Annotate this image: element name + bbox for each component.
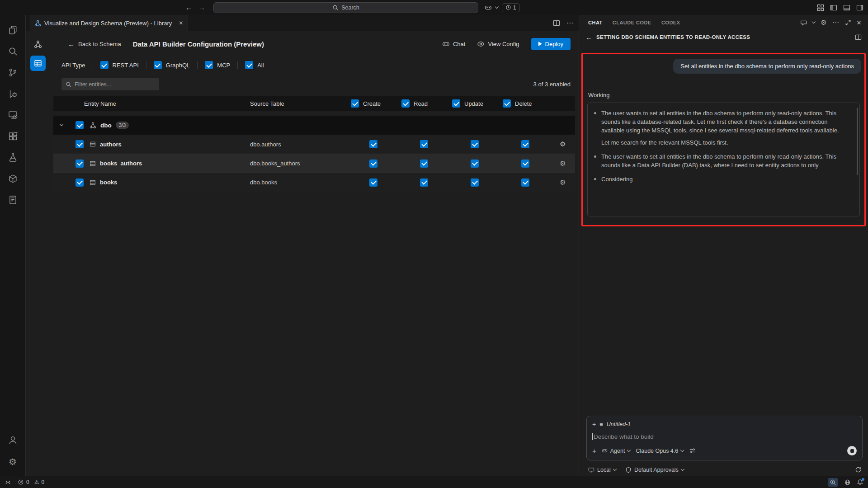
source-control-icon[interactable] xyxy=(2,62,23,83)
run-debug-icon[interactable] xyxy=(2,83,23,104)
chat-button[interactable]: Chat xyxy=(442,40,465,48)
update-checkbox[interactable] xyxy=(471,178,479,187)
update-checkbox[interactable] xyxy=(471,160,479,168)
database-objects-icon[interactable] xyxy=(2,168,23,189)
tab-codex[interactable]: CODEX xyxy=(661,20,680,25)
tab-claude-code[interactable]: CLAUDE CODE xyxy=(613,20,651,25)
back-to-schema-button[interactable]: ← Back to Schema xyxy=(68,40,121,48)
customize-layout-icon[interactable] xyxy=(817,4,824,11)
add-context-icon[interactable]: + xyxy=(592,421,596,428)
collapse-chevron-icon[interactable] xyxy=(60,122,63,126)
context-file-chip[interactable]: Untitled-1 xyxy=(607,421,631,427)
toggle-sidebar-icon[interactable] xyxy=(830,4,837,11)
all-checkbox[interactable] xyxy=(245,61,253,69)
remote-indicator-icon[interactable] xyxy=(5,479,11,486)
chat-sessions-chevron-icon[interactable] xyxy=(812,20,816,23)
read-checkbox[interactable] xyxy=(420,160,428,168)
row-checkbox[interactable] xyxy=(75,140,84,148)
language-globe-icon[interactable] xyxy=(844,479,851,486)
scrollbar-thumb[interactable] xyxy=(857,108,858,175)
filter-entities-input[interactable]: Filter entities... xyxy=(61,78,159,90)
close-chat-icon[interactable]: ✕ xyxy=(857,19,862,26)
extensions-icon[interactable] xyxy=(2,126,23,147)
toggle-secondary-sidebar-icon[interactable] xyxy=(856,4,863,11)
forward-button[interactable]: → xyxy=(198,4,205,11)
table-row[interactable]: books_authors dbo.books_authors ⚙ xyxy=(53,154,575,173)
remote-explorer-icon[interactable] xyxy=(2,104,23,126)
sql-projects-icon[interactable] xyxy=(2,189,23,211)
back-button[interactable]: ← xyxy=(185,4,192,11)
create-checkbox[interactable] xyxy=(369,160,377,168)
create-checkbox[interactable] xyxy=(369,178,377,187)
search-sidebar-icon[interactable] xyxy=(2,41,23,62)
delete-checkbox[interactable] xyxy=(521,160,529,168)
row-settings-gear-icon[interactable]: ⚙ xyxy=(551,178,575,187)
delete-checkbox[interactable] xyxy=(521,178,529,187)
delete-all-checkbox[interactable] xyxy=(503,99,511,108)
update-header: Update xyxy=(449,99,500,108)
create-all-checkbox[interactable] xyxy=(351,99,359,108)
graphql-checkbox[interactable] xyxy=(154,61,162,69)
read-all-checkbox[interactable] xyxy=(401,99,410,108)
approvals-picker[interactable]: Default Approvals xyxy=(625,467,684,473)
schema-group-row[interactable]: dbo 3/3 xyxy=(53,116,575,135)
chat-sessions-icon[interactable] xyxy=(800,19,807,26)
copilot-menu-chevron-icon[interactable] xyxy=(495,5,499,8)
problems-indicator[interactable]: 0 ⚠ 0 xyxy=(18,479,44,485)
open-session-in-editor-icon[interactable] xyxy=(855,34,862,41)
row-settings-gear-icon[interactable]: ⚙ xyxy=(551,140,575,148)
chat-input-box[interactable]: + ≡ Untitled-1 Describe what to build + … xyxy=(586,416,863,460)
schema-diagram-view-button[interactable] xyxy=(30,37,46,52)
rest-api-checkbox[interactable] xyxy=(100,61,108,69)
table-row[interactable]: books dbo.books ⚙ xyxy=(53,173,575,192)
session-count-pill[interactable]: 1 xyxy=(502,3,520,12)
tab-schema-designer[interactable]: Visualize and Design Schema (Preview) - … xyxy=(30,15,188,31)
settings-gear-icon[interactable]: ⚙ xyxy=(2,451,23,472)
account-icon[interactable] xyxy=(2,430,23,451)
chat-input-placeholder[interactable]: Describe what to build xyxy=(594,433,654,440)
mcp-checkbox[interactable] xyxy=(205,61,213,69)
editor-more-actions-icon[interactable]: ⋯ xyxy=(566,19,573,27)
read-checkbox[interactable] xyxy=(420,140,428,148)
stop-button[interactable] xyxy=(847,446,857,455)
copilot-icon[interactable] xyxy=(485,4,492,11)
sync-icon[interactable] xyxy=(855,466,862,473)
toggle-panel-icon[interactable] xyxy=(843,4,850,11)
model-picker[interactable]: Claude Opus 4.6 xyxy=(636,448,684,454)
api-type-label: API Type xyxy=(61,62,85,69)
split-editor-icon[interactable] xyxy=(553,19,560,27)
read-checkbox[interactable] xyxy=(420,178,428,187)
row-checkbox[interactable] xyxy=(75,160,84,168)
chat-settings-gear-icon[interactable]: ⚙ xyxy=(821,19,827,27)
testing-icon[interactable] xyxy=(2,147,23,168)
update-all-checkbox[interactable] xyxy=(452,99,460,108)
attach-icon[interactable]: + xyxy=(592,447,596,455)
notifications-bell-icon[interactable] xyxy=(857,479,863,486)
row-settings-gear-icon[interactable]: ⚙ xyxy=(551,160,575,168)
deploy-button[interactable]: Deploy xyxy=(531,38,571,50)
delete-checkbox[interactable] xyxy=(521,140,529,148)
view-config-button[interactable]: View Config xyxy=(477,40,519,48)
session-back-icon[interactable]: ← xyxy=(585,33,592,41)
dbo-group-checkbox[interactable] xyxy=(75,121,84,129)
dab-config-view-button[interactable] xyxy=(30,56,46,71)
explorer-icon[interactable] xyxy=(2,19,23,41)
table-row[interactable]: authors dbo.authors ⚙ xyxy=(53,135,575,154)
update-checkbox[interactable] xyxy=(471,140,479,148)
environment-picker[interactable]: Local xyxy=(588,467,616,473)
assistant-thinking-box[interactable]: The user wants to set all entities in th… xyxy=(587,103,860,216)
api-option-all[interactable]: All xyxy=(245,61,264,69)
api-option-graphql[interactable]: GraphQL xyxy=(154,61,190,69)
api-option-rest[interactable]: REST API xyxy=(100,61,139,69)
zoom-indicator-icon[interactable] xyxy=(828,478,838,487)
tab-close-icon[interactable]: ✕ xyxy=(179,20,183,26)
row-checkbox[interactable] xyxy=(75,178,84,187)
create-checkbox[interactable] xyxy=(369,140,377,148)
chat-more-actions-icon[interactable]: ⋯ xyxy=(832,19,840,27)
api-option-mcp[interactable]: MCP xyxy=(205,61,230,69)
tools-sliders-icon[interactable] xyxy=(689,447,696,454)
expand-chat-icon[interactable] xyxy=(845,19,851,26)
command-center-search[interactable]: Search xyxy=(213,2,478,13)
mode-picker[interactable]: Agent xyxy=(602,448,631,454)
tab-chat[interactable]: CHAT xyxy=(588,20,603,25)
